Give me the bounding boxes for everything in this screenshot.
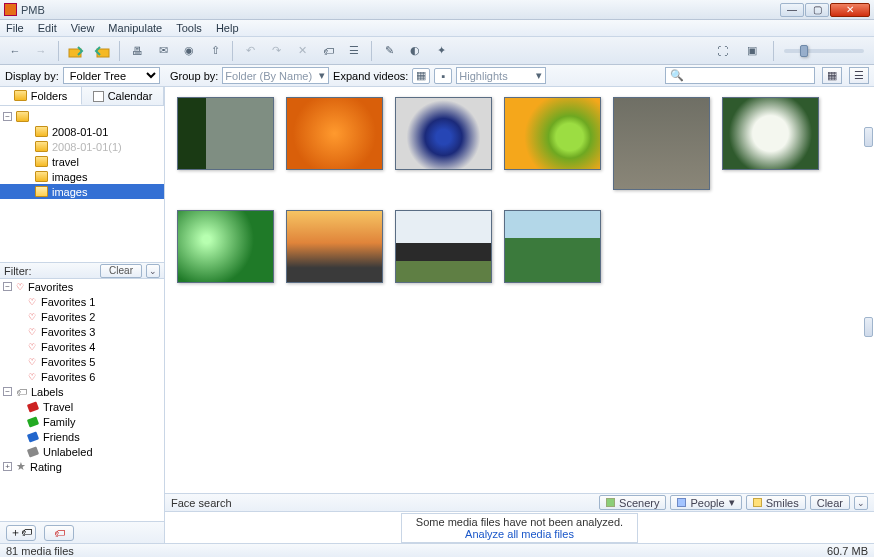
tree-item[interactable]: 2008-01-01(1): [0, 139, 164, 154]
thumbnail[interactable]: [286, 210, 383, 283]
tree-item-selected[interactable]: images: [0, 184, 164, 199]
highlights-select[interactable]: Highlights: [456, 67, 546, 84]
folder-icon: [14, 90, 27, 101]
face-clear-button[interactable]: Clear: [810, 495, 850, 510]
face-collapse-button[interactable]: ⌄: [854, 496, 868, 510]
smiles-filter-button[interactable]: Smiles: [746, 495, 806, 510]
filter-collapse-button[interactable]: ⌄: [146, 264, 160, 278]
back-button[interactable]: ←: [4, 40, 26, 62]
rating-group-header[interactable]: +★Rating: [0, 459, 164, 474]
favorites-item-label: Favorites 6: [41, 371, 95, 383]
adjust-button[interactable]: ◐: [404, 40, 426, 62]
tree-item[interactable]: 2008-01-01: [0, 124, 164, 139]
view-details-button[interactable]: ☰: [849, 67, 869, 84]
delete-button[interactable]: ✕: [291, 40, 313, 62]
thumb-size-slider[interactable]: [784, 49, 864, 53]
label-item[interactable]: Friends: [0, 429, 164, 444]
rotate-left-button[interactable]: ↶: [239, 40, 261, 62]
favorites-group-header[interactable]: −♡Favorites: [0, 279, 164, 294]
favorites-item[interactable]: ♡Favorites 2: [0, 309, 164, 324]
content-area: Face search Scenery People▾ Smiles Clear…: [165, 87, 874, 543]
menu-help[interactable]: Help: [216, 22, 239, 34]
thumbnail[interactable]: [177, 97, 274, 170]
star-icon: ★: [16, 460, 26, 473]
favorites-item[interactable]: ♡Favorites 4: [0, 339, 164, 354]
app-icon: [4, 3, 17, 16]
expand-videos-on-icon[interactable]: ▦: [412, 68, 430, 84]
menu-edit[interactable]: Edit: [38, 22, 57, 34]
tree-item[interactable]: images: [0, 169, 164, 184]
menu-tools[interactable]: Tools: [176, 22, 202, 34]
favorites-item[interactable]: ♡Favorites 3: [0, 324, 164, 339]
slideshow-button[interactable]: ▣: [741, 40, 763, 62]
favorites-item[interactable]: ♡Favorites 5: [0, 354, 164, 369]
menu-view[interactable]: View: [71, 22, 95, 34]
label-item[interactable]: Unlabeled: [0, 444, 164, 459]
maximize-button[interactable]: ▢: [805, 3, 829, 17]
tree-root[interactable]: −: [0, 109, 164, 124]
label-item[interactable]: Family: [0, 414, 164, 429]
fullscreen-button[interactable]: ⛶: [711, 40, 733, 62]
collapse-icon[interactable]: −: [3, 282, 12, 291]
analyze-message: Some media files have not been analyzed.: [416, 516, 623, 528]
filter-clear-button[interactable]: Clear: [100, 264, 142, 278]
expand-videos-off-icon[interactable]: ▪: [434, 68, 452, 84]
tab-calendar[interactable]: Calendar: [82, 87, 164, 105]
remove-label-button[interactable]: 🏷: [44, 525, 74, 541]
crop-button[interactable]: ✎: [378, 40, 400, 62]
import-button[interactable]: [65, 40, 87, 62]
favorites-item[interactable]: ♡Favorites 6: [0, 369, 164, 384]
label-item-label: Travel: [43, 401, 73, 413]
thumbnail-grid: [165, 87, 874, 493]
scroll-marker[interactable]: [864, 127, 873, 147]
menu-file[interactable]: File: [6, 22, 24, 34]
filter-body: −♡Favorites ♡Favorites 1 ♡Favorites 2 ♡F…: [0, 279, 164, 521]
display-by-select[interactable]: Folder Tree: [63, 67, 160, 84]
thumbnail[interactable]: [177, 210, 274, 283]
thumbnail[interactable]: [613, 97, 710, 190]
analyze-strip: Some media files have not been analyzed.…: [165, 511, 874, 543]
scroll-marker[interactable]: [864, 317, 873, 337]
thumbnail[interactable]: [395, 210, 492, 283]
effects-button[interactable]: ✦: [430, 40, 452, 62]
print-button[interactable]: 🖶: [126, 40, 148, 62]
analyze-link[interactable]: Analyze all media files: [465, 528, 574, 540]
mail-button[interactable]: ✉: [152, 40, 174, 62]
thumbnail[interactable]: [395, 97, 492, 170]
view-thumbnails-button[interactable]: ▦: [822, 67, 842, 84]
thumbnail[interactable]: [286, 97, 383, 170]
thumbnail[interactable]: [504, 210, 601, 283]
thumbnail[interactable]: [722, 97, 819, 170]
close-button[interactable]: ✕: [830, 3, 870, 17]
scenery-filter-button[interactable]: Scenery: [599, 495, 666, 510]
rotate-right-button[interactable]: ↷: [265, 40, 287, 62]
group-by-label: Group by:: [170, 70, 218, 82]
add-label-button[interactable]: ＋🏷: [6, 525, 36, 541]
collapse-icon[interactable]: −: [3, 112, 12, 121]
status-count: 81 media files: [6, 545, 827, 557]
upload-button[interactable]: ⇧: [204, 40, 226, 62]
favorites-item[interactable]: ♡Favorites 1: [0, 294, 164, 309]
disc-button[interactable]: ◉: [178, 40, 200, 62]
thumbnail[interactable]: [504, 97, 601, 170]
menu-manipulate[interactable]: Manipulate: [108, 22, 162, 34]
export-button[interactable]: [91, 40, 113, 62]
search-input[interactable]: 🔍: [665, 67, 815, 84]
labels-group-header[interactable]: −🏷Labels: [0, 384, 164, 399]
label-item-label: Unlabeled: [43, 446, 93, 458]
label-item-label: Friends: [43, 431, 80, 443]
group-by-select[interactable]: Folder (By Name): [222, 67, 329, 84]
scenery-label: Scenery: [619, 497, 659, 509]
people-filter-button[interactable]: People▾: [670, 495, 741, 510]
minimize-button[interactable]: —: [780, 3, 804, 17]
forward-button[interactable]: →: [30, 40, 52, 62]
tree-item[interactable]: travel: [0, 154, 164, 169]
tag-button[interactable]: 🏷: [317, 40, 339, 62]
filter-toggle-button[interactable]: ☰: [343, 40, 365, 62]
collapse-icon[interactable]: −: [3, 387, 12, 396]
label-item[interactable]: Travel: [0, 399, 164, 414]
tree-item-label: images: [52, 186, 87, 198]
tab-folders[interactable]: Folders: [0, 87, 82, 105]
heart-icon: ♡: [28, 372, 36, 382]
expand-icon[interactable]: +: [3, 462, 12, 471]
